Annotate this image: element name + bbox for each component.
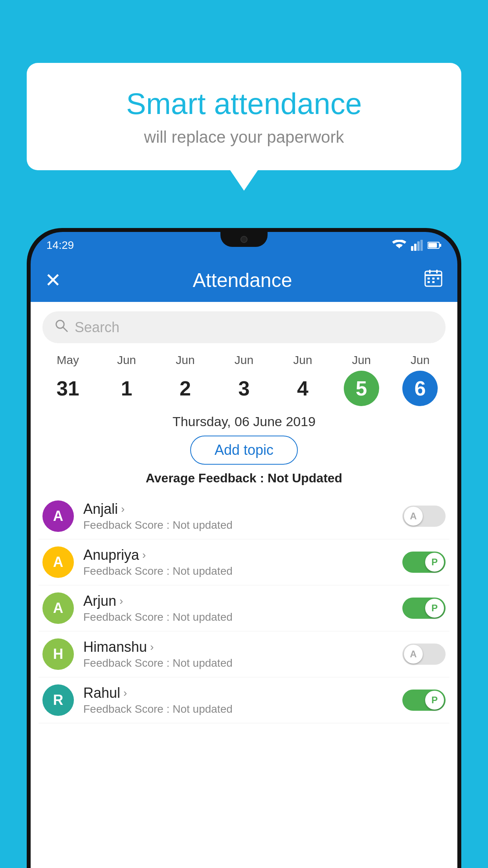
calendar-day[interactable]: Jun1 (105, 353, 148, 406)
calendar-month: Jun (352, 353, 371, 367)
avg-feedback-label: Average Feedback : (146, 471, 264, 485)
svg-rect-15 (432, 281, 435, 283)
calendar-month: Jun (293, 353, 312, 367)
average-feedback: Average Feedback : Not Updated (31, 471, 457, 485)
add-topic-button[interactable]: Add topic (190, 436, 298, 465)
selected-date-label: Thursday, 06 June 2019 (31, 414, 457, 429)
camera-dot (240, 236, 248, 243)
svg-rect-8 (425, 274, 442, 276)
toggle-knob: P (425, 691, 444, 710)
student-feedback: Feedback Score : Not updated (83, 565, 393, 577)
status-time: 14:29 (46, 239, 74, 252)
student-item[interactable]: AAnjali ›Feedback Score : Not updatedA (39, 493, 449, 539)
attendance-toggle[interactable]: P (402, 552, 446, 573)
attendance-toggle[interactable]: A (402, 506, 446, 527)
svg-rect-14 (427, 281, 430, 283)
chevron-right-icon: › (119, 595, 123, 607)
calendar-day[interactable]: Jun6 (398, 353, 442, 406)
student-list: AAnjali ›Feedback Score : Not updatedAAA… (31, 493, 457, 723)
search-bar[interactable]: Search (42, 311, 446, 343)
calendar-month: Jun (176, 353, 194, 367)
student-item[interactable]: HHimanshu ›Feedback Score : Not updatedA (39, 631, 449, 677)
svg-rect-5 (428, 243, 437, 248)
student-name: Anupriya › (83, 547, 393, 563)
calendar-day[interactable]: Jun4 (281, 353, 324, 406)
student-name: Anjali › (83, 501, 393, 517)
battery-icon (427, 241, 442, 250)
svg-rect-10 (436, 270, 438, 274)
app-bar: ✕ Attendance (31, 259, 457, 302)
chevron-right-icon: › (121, 503, 125, 515)
student-info: Anjali ›Feedback Score : Not updated (83, 501, 393, 531)
student-avatar: R (42, 684, 74, 716)
speech-bubble-container: Smart attendance will replace your paper… (27, 63, 461, 170)
calendar-strip: May31Jun1Jun2Jun3Jun4Jun5Jun6 (31, 349, 457, 406)
calendar-date: 3 (226, 371, 262, 406)
chevron-right-icon: › (123, 687, 127, 699)
student-avatar: A (42, 500, 74, 532)
svg-rect-1 (414, 244, 416, 251)
student-feedback: Feedback Score : Not updated (83, 657, 393, 669)
search-placeholder: Search (75, 319, 119, 336)
svg-rect-11 (427, 278, 430, 280)
attendance-toggle[interactable]: P (402, 598, 446, 619)
toggle-knob: A (404, 507, 423, 526)
student-avatar: A (42, 592, 74, 624)
attendance-toggle[interactable]: P (402, 690, 446, 711)
toggle-knob: P (425, 553, 444, 572)
chevron-right-icon: › (142, 549, 146, 561)
calendar-button[interactable] (424, 268, 443, 292)
calendar-month: Jun (411, 353, 429, 367)
close-button[interactable]: ✕ (45, 269, 61, 292)
wifi-icon (392, 240, 406, 251)
svg-rect-6 (440, 244, 441, 247)
student-feedback: Feedback Score : Not updated (83, 519, 393, 531)
student-item[interactable]: AArjun ›Feedback Score : Not updatedP (39, 585, 449, 631)
student-info: Arjun ›Feedback Score : Not updated (83, 593, 393, 623)
chevron-right-icon: › (150, 641, 154, 653)
add-topic-button-container: Add topic (31, 436, 457, 465)
svg-rect-13 (437, 278, 439, 280)
calendar-month: Jun (235, 353, 253, 367)
student-info: Anupriya ›Feedback Score : Not updated (83, 547, 393, 577)
status-bar: 14:29 (31, 232, 457, 259)
calendar-day[interactable]: Jun2 (164, 353, 207, 406)
student-avatar: H (42, 638, 74, 670)
attendance-toggle[interactable]: A (402, 644, 446, 665)
calendar-date: 4 (285, 371, 320, 406)
calendar-date: 5 (344, 371, 379, 406)
student-item[interactable]: AAnupriya ›Feedback Score : Not updatedP (39, 539, 449, 585)
calendar-month: Jun (117, 353, 136, 367)
calendar-day[interactable]: Jun3 (222, 353, 266, 406)
phone-frame: 14:29 ✕ Attendan (27, 228, 461, 868)
calendar-date: 31 (50, 371, 86, 406)
svg-rect-3 (420, 240, 423, 251)
student-feedback: Feedback Score : Not updated (83, 611, 393, 623)
svg-rect-12 (432, 278, 435, 280)
calendar-month: May (57, 353, 79, 367)
app-title: Attendance (193, 269, 292, 292)
student-name: Rahul › (83, 685, 393, 701)
phone-inner: 14:29 ✕ Attendan (31, 232, 457, 868)
student-avatar: A (42, 546, 74, 578)
student-info: Rahul ›Feedback Score : Not updated (83, 685, 393, 715)
search-icon (54, 318, 68, 336)
calendar-day[interactable]: Jun5 (340, 353, 383, 406)
svg-rect-2 (417, 241, 420, 251)
toggle-knob: A (404, 645, 423, 664)
notch (220, 232, 268, 247)
calendar-date: 6 (402, 371, 438, 406)
student-info: Himanshu ›Feedback Score : Not updated (83, 639, 393, 669)
speech-bubble: Smart attendance will replace your paper… (27, 63, 461, 170)
student-item[interactable]: RRahul ›Feedback Score : Not updatedP (39, 677, 449, 723)
screen-content: Search May31Jun1Jun2Jun3Jun4Jun5Jun6 Thu… (31, 302, 457, 868)
svg-rect-9 (429, 270, 431, 274)
bubble-subtitle: will replace your paperwork (46, 128, 442, 147)
calendar-date: 2 (168, 371, 203, 406)
calendar-day[interactable]: May31 (46, 353, 90, 406)
status-icons (392, 240, 442, 251)
student-name: Arjun › (83, 593, 393, 609)
calendar-date: 1 (109, 371, 144, 406)
avg-feedback-value: Not Updated (268, 471, 342, 485)
svg-rect-0 (411, 246, 413, 251)
